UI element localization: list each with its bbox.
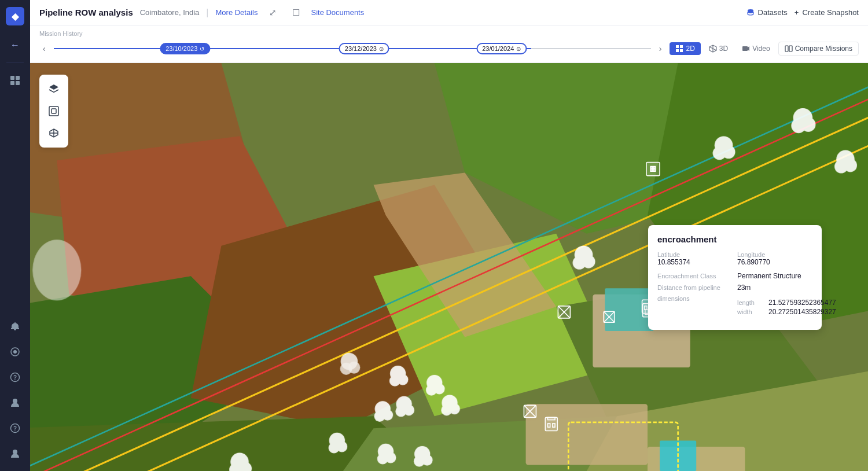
- create-snapshot-button[interactable]: + Create Snapshot: [795, 8, 859, 17]
- chip-icon-1: ↺: [200, 46, 204, 52]
- measure-tool-button[interactable]: [44, 123, 64, 143]
- svg-rect-13: [676, 45, 679, 48]
- timeline-dot-3[interactable]: 23/01/2024 ⊙: [476, 43, 527, 54]
- chip-icon-3: ⊙: [516, 46, 521, 52]
- svg-rect-123: [52, 109, 56, 113]
- svg-rect-19: [742, 46, 748, 51]
- svg-point-86: [844, 159, 857, 172]
- svg-rect-15: [676, 49, 679, 52]
- svg-rect-108: [547, 424, 550, 427]
- dimensions-values: length 21.527593252365477 width 20.27250…: [737, 299, 836, 317]
- timeline-container: ‹ 23/10/2023 ↺ 23/12/2023 ⊙: [39, 41, 859, 57]
- timeline-dot-1[interactable]: 23/10/2023 ↺: [160, 43, 210, 54]
- svg-rect-37: [526, 404, 648, 465]
- date-3: 23/01/2024: [482, 45, 514, 52]
- svg-rect-14: [680, 45, 683, 48]
- app-logo[interactable]: ◆: [6, 7, 24, 25]
- svg-rect-0: [10, 76, 14, 80]
- width-key: width: [737, 308, 766, 315]
- svg-rect-1: [16, 76, 20, 80]
- view-3d-label: 3D: [719, 45, 728, 53]
- site-documents-link[interactable]: Site Documents: [311, 8, 364, 17]
- view-video-button[interactable]: Video: [736, 42, 775, 55]
- timeline-next[interactable]: ›: [656, 43, 665, 54]
- sidebar-item-account[interactable]: [5, 443, 25, 464]
- svg-point-11: [13, 450, 17, 454]
- header-separator: |: [206, 8, 208, 18]
- map-tools-panel: [39, 75, 68, 148]
- width-value: 20.272501435829327: [768, 308, 836, 316]
- view-3d-button[interactable]: 3D: [703, 42, 734, 55]
- timeline-fill: [54, 48, 532, 49]
- sidebar-item-notifications[interactable]: [5, 316, 25, 337]
- svg-rect-122: [49, 106, 58, 116]
- create-snapshot-label: Create Snapshot: [802, 8, 859, 17]
- svg-rect-109: [553, 424, 555, 427]
- expand-button[interactable]: ⤢: [264, 5, 281, 21]
- sidebar-item-support[interactable]: ?: [5, 418, 25, 439]
- sidebar-item-grid[interactable]: [5, 70, 25, 91]
- length-value: 21.527593252365477: [768, 299, 836, 307]
- document-icon: ☐: [288, 5, 304, 21]
- distance-label: Distance from pipeline: [657, 284, 733, 291]
- svg-point-59: [382, 410, 393, 421]
- compare-missions-button[interactable]: Compare Missions: [778, 42, 859, 56]
- svg-point-8: [13, 399, 17, 403]
- sidebar-item-profile[interactable]: [5, 392, 25, 413]
- svg-text:⊞: ⊞: [650, 165, 656, 173]
- length-key: length: [737, 299, 766, 306]
- svg-point-83: [801, 117, 815, 132]
- svg-text:?: ?: [13, 374, 17, 381]
- main-content: Pipeline ROW analysis Coimbatore, India …: [30, 0, 868, 471]
- svg-rect-21: [785, 46, 788, 51]
- dimensions-label: dimensions: [657, 295, 733, 302]
- svg-point-50: [398, 374, 409, 385]
- layers-tool-button[interactable]: [44, 79, 64, 99]
- svg-point-47: [348, 362, 360, 374]
- more-details-link[interactable]: More Details: [216, 8, 258, 17]
- mission-bar: Mission History ‹ 23/10/2023 ↺ 23/12/202…: [30, 25, 868, 63]
- header-location: Coimbatore, India: [140, 8, 200, 17]
- page-title: Pipeline ROW analysis: [39, 8, 133, 17]
- timeline-track: 23/10/2023 ↺ 23/12/2023 ⊙ 23/01/2024 ⊙: [54, 41, 651, 57]
- svg-rect-22: [789, 46, 792, 51]
- svg-marker-121: [49, 84, 58, 90]
- sidebar-item-modules[interactable]: [5, 341, 25, 362]
- timeline-chip-2[interactable]: 23/12/2023 ⊙: [339, 43, 389, 54]
- timeline-dot-2[interactable]: 23/12/2023 ⊙: [339, 43, 389, 54]
- header-right: Datasets + Create Snapshot: [746, 8, 859, 17]
- timeline-chip-3[interactable]: 23/01/2024 ⊙: [476, 43, 527, 54]
- view-buttons: 2D 3D Video Compare Missions: [670, 42, 859, 56]
- sidebar-item-help[interactable]: ?: [5, 367, 25, 388]
- sidebar-divider-1: [6, 62, 24, 63]
- svg-point-53: [434, 383, 445, 394]
- svg-point-80: [722, 145, 735, 159]
- svg-point-90: [32, 240, 81, 300]
- svg-point-68: [385, 452, 396, 463]
- date-2: 23/12/2023: [345, 45, 377, 52]
- view-2d-label: 2D: [686, 45, 694, 53]
- svg-text:?: ?: [13, 425, 17, 432]
- header: Pipeline ROW analysis Coimbatore, India …: [30, 0, 868, 25]
- encroachment-class-value: Permanent Structure: [737, 272, 801, 280]
- svg-point-89: [582, 255, 595, 268]
- map-area[interactable]: ⊞: [30, 63, 868, 471]
- compare-missions-label: Compare Missions: [795, 45, 852, 53]
- info-popup: encroachment Latitude 10.855374 Longitud…: [648, 225, 822, 330]
- encroachment-class-row: Encroachment Class Permanent Structure: [657, 272, 812, 280]
- sidebar: ◆ ← ? ?: [0, 0, 30, 471]
- distance-row: Distance from pipeline 23m: [657, 284, 812, 292]
- datasets-button[interactable]: Datasets: [746, 8, 788, 17]
- timeline-prev[interactable]: ‹: [39, 43, 49, 54]
- sidebar-item-back[interactable]: ←: [5, 35, 25, 56]
- view-2d-button[interactable]: 2D: [670, 42, 700, 55]
- frames-tool-button[interactable]: [44, 101, 64, 121]
- view-video-label: Video: [752, 45, 770, 53]
- svg-point-56: [403, 404, 414, 415]
- popup-title: encroachment: [657, 234, 812, 244]
- svg-point-62: [449, 403, 460, 414]
- timeline-chip-1[interactable]: 23/10/2023 ↺: [160, 43, 210, 54]
- datasets-label: Datasets: [758, 8, 788, 17]
- longitude-label: Longitude 76.890770: [737, 251, 812, 266]
- svg-marker-20: [748, 46, 749, 51]
